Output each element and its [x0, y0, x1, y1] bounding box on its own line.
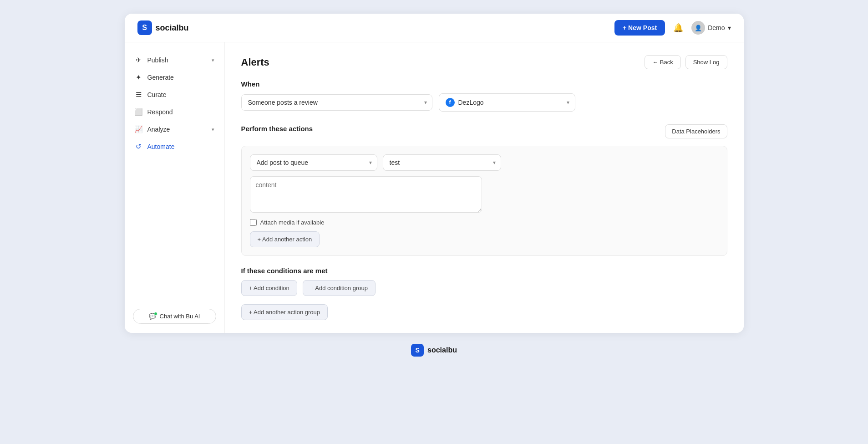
when-section: When Someone posts a review Someone comm…	[241, 80, 727, 112]
content-textarea[interactable]	[250, 176, 482, 213]
analyze-icon: 📈	[135, 125, 143, 133]
user-chevron-icon: ▾	[728, 24, 731, 31]
automate-icon: ↺	[135, 143, 143, 151]
sidebar-item-label: Curate	[147, 91, 167, 98]
facebook-icon: f	[446, 98, 455, 107]
header: S socialbu + New Post 🔔 👤 Demo ▾	[125, 14, 744, 42]
sidebar-item-label: Generate	[147, 74, 174, 81]
actions-label: Perform these actions	[241, 125, 313, 133]
when-row: Someone posts a review Someone comments …	[241, 93, 727, 112]
action-type-select[interactable]: Add post to queue Send email Send notifi…	[250, 154, 377, 171]
sidebar-item-automate[interactable]: ↺ Automate	[125, 138, 224, 155]
online-indicator	[154, 312, 157, 316]
conditions-section: If these conditions are met + Add condit…	[241, 267, 727, 296]
data-placeholders-button[interactable]: Data Placeholders	[665, 124, 727, 138]
add-condition-group-button[interactable]: + Add condition group	[303, 280, 376, 296]
page-select-wrap[interactable]: f DezLogo ▾	[439, 93, 575, 112]
conditions-label: If these conditions are met	[241, 267, 727, 275]
footer: S socialbu	[400, 333, 468, 367]
when-label: When	[241, 80, 727, 88]
action-type-select-wrap: Add post to queue Send email Send notifi…	[250, 154, 377, 171]
avatar: 👤	[691, 21, 705, 35]
notification-bell-button[interactable]: 🔔	[671, 21, 685, 35]
footer-logo-text: socialbu	[427, 346, 457, 354]
chat-icon-wrap: 💬	[149, 313, 156, 320]
add-another-action-group-button[interactable]: + Add another action group	[241, 304, 328, 320]
sidebar-item-analyze[interactable]: 📈 Analyze ▾	[125, 121, 224, 138]
new-post-button[interactable]: + New Post	[614, 20, 665, 36]
sidebar-item-generate[interactable]: ✦ Generate	[125, 69, 224, 86]
header-right: + New Post 🔔 👤 Demo ▾	[614, 20, 731, 36]
user-name: Demo	[708, 24, 725, 31]
logo-icon: S	[137, 20, 152, 35]
logo-text: socialbu	[156, 23, 189, 33]
sidebar-item-publish[interactable]: ✈ Publish ▾	[125, 51, 224, 69]
generate-icon: ✦	[135, 73, 143, 82]
action-card: Add post to queue Send email Send notifi…	[241, 146, 727, 256]
conditions-buttons: + Add condition + Add condition group	[241, 280, 727, 296]
publish-icon: ✈	[135, 56, 143, 64]
sidebar-item-label: Analyze	[147, 126, 170, 133]
content-header: Alerts ← Back Show Log	[241, 55, 727, 69]
page-title: Alerts	[241, 56, 269, 68]
action-row1: Add post to queue Send email Send notifi…	[250, 154, 719, 171]
footer-logo-icon: S	[411, 344, 424, 357]
chevron-down-icon: ▾	[212, 57, 214, 63]
sidebar-item-label: Publish	[147, 56, 168, 64]
main-layout: ✈ Publish ▾ ✦ Generate ☰ Curate ⬜	[125, 42, 744, 333]
curate-icon: ☰	[135, 91, 143, 99]
add-condition-button[interactable]: + Add condition	[241, 280, 297, 296]
actions-section: Perform these actions Data Placeholders …	[241, 124, 727, 256]
attach-media-row: Attach media if available	[250, 219, 719, 226]
content-header-buttons: ← Back Show Log	[645, 55, 727, 69]
app-container: S socialbu + New Post 🔔 👤 Demo ▾ ✈ Publi…	[125, 14, 744, 333]
queue-select-wrap: test default custom ▾	[383, 154, 501, 171]
attach-media-label: Attach media if available	[260, 219, 325, 226]
logo-area: S socialbu	[137, 20, 189, 35]
sidebar: ✈ Publish ▾ ✦ Generate ☰ Curate ⬜	[125, 42, 225, 333]
respond-icon: ⬜	[135, 108, 143, 116]
sidebar-item-curate[interactable]: ☰ Curate	[125, 86, 224, 103]
user-menu[interactable]: 👤 Demo ▾	[691, 21, 731, 35]
main-content: Alerts ← Back Show Log When Someone post…	[225, 42, 744, 333]
chevron-down-icon: ▾	[567, 99, 569, 106]
chat-btn-label: Chat with Bu AI	[160, 313, 200, 320]
sidebar-item-label: Respond	[147, 108, 173, 116]
actions-header: Perform these actions Data Placeholders	[241, 124, 727, 138]
page-name: DezLogo	[458, 99, 484, 106]
chevron-down-icon: ▾	[212, 127, 214, 133]
sidebar-item-respond[interactable]: ⬜ Respond	[125, 103, 224, 121]
attach-media-checkbox[interactable]	[250, 219, 257, 226]
sidebar-item-label: Automate	[147, 143, 175, 150]
queue-select[interactable]: test default custom	[383, 154, 501, 171]
back-button[interactable]: ← Back	[645, 55, 681, 69]
trigger-select[interactable]: Someone posts a review Someone comments …	[241, 94, 432, 111]
add-another-action-button[interactable]: + Add another action	[250, 231, 320, 247]
show-log-button[interactable]: Show Log	[685, 55, 727, 69]
chat-with-bu-ai-button[interactable]: 💬 Chat with Bu AI	[133, 309, 216, 324]
trigger-select-wrap: Someone posts a review Someone comments …	[241, 93, 432, 112]
